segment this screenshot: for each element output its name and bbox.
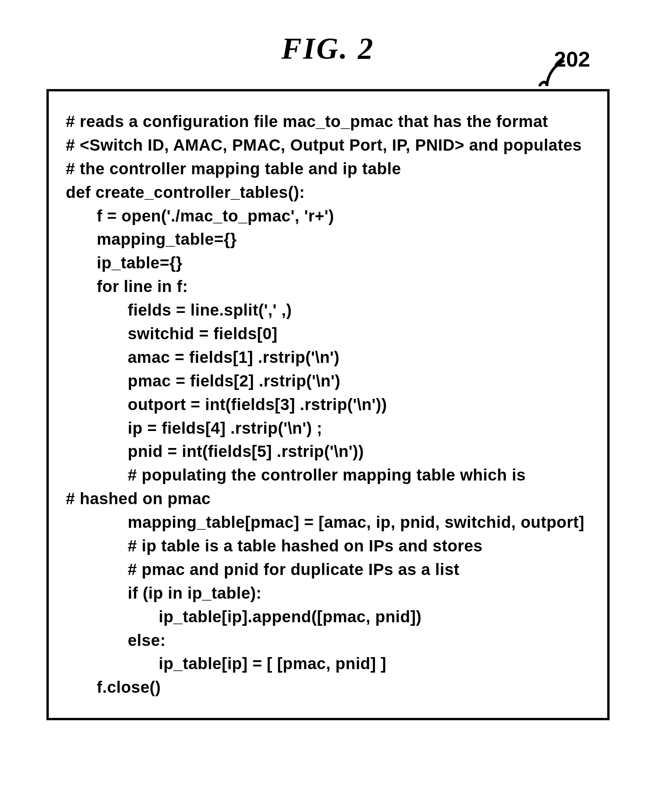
figure-page: FIG. 2 202 # reads a configuration file … (0, 0, 656, 767)
code-line: mapping_table[pmac] = [amac, ip, pnid, s… (66, 511, 592, 534)
code-line: f = open('./mac_to_pmac', 'r+') (66, 204, 592, 228)
code-line: for line in f: (66, 275, 592, 299)
figure-title: FIG. 2 (46, 31, 610, 66)
code-line: amac = fields[1] .rstrip('\n') (66, 346, 592, 369)
code-line: ip_table={} (66, 251, 592, 275)
code-line: ip = fields[4] .rstrip('\n') ; (66, 417, 592, 440)
code-line: outport = int(fields[3] .rstrip('\n')) (66, 393, 592, 417)
code-line: # pmac and pnid for duplicate IPs as a l… (66, 558, 592, 582)
code-line: # hashed on pmac (66, 487, 592, 511)
code-line: def create_controller_tables(): (66, 181, 592, 204)
code-line: # ip table is a table hashed on IPs and … (66, 534, 592, 558)
code-line: # populating the controller mapping tabl… (66, 464, 592, 487)
reference-callout: 202 (536, 46, 590, 85)
code-line: # the controller mapping table and ip ta… (66, 157, 592, 181)
code-line: else: (66, 629, 592, 652)
code-line: pnid = int(fields[5] .rstrip('\n')) (66, 440, 592, 464)
code-line: pmac = fields[2] .rstrip('\n') (66, 369, 592, 393)
code-line: # <Switch ID, AMAC, PMAC, Output Port, I… (66, 134, 592, 157)
code-listing-box: # reads a configuration file mac_to_pmac… (46, 89, 610, 720)
code-line: mapping_table={} (66, 228, 592, 251)
code-line: ip_table[ip].append([pmac, pnid]) (66, 605, 592, 629)
code-line: fields = line.split(',' ,) (66, 299, 592, 322)
code-line: if (ip in ip_table): (66, 582, 592, 605)
code-line: # reads a configuration file mac_to_pmac… (66, 110, 592, 134)
code-line: switchid = fields[0] (66, 322, 592, 346)
reference-number: 202 (554, 46, 590, 72)
code-line: ip_table[ip] = [ [pmac, pnid] ] (66, 652, 592, 676)
code-line: f.close() (66, 676, 592, 699)
